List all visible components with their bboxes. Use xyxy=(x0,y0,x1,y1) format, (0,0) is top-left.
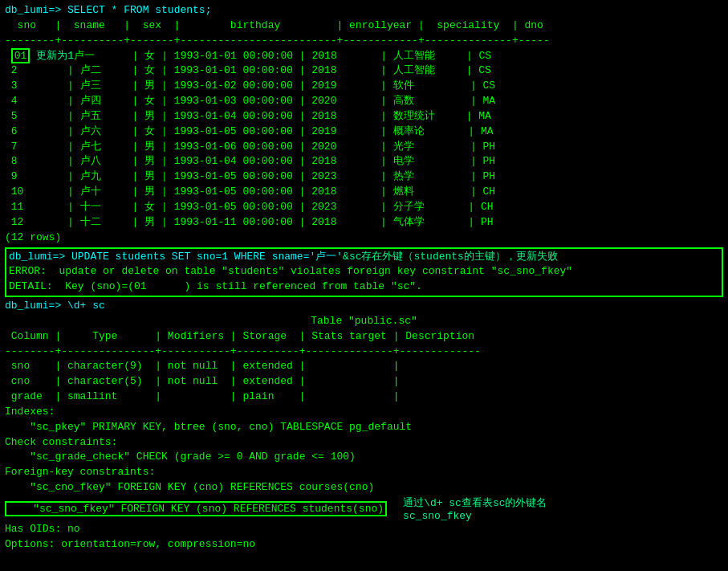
table-row: 12 | 十二 | 男 | 1993-01-11 00:00:00 | 2018… xyxy=(5,215,723,230)
update-command: db_lumi=> UPDATE students SET sno=1 WHER… xyxy=(9,250,719,265)
table-row: 11 | 十一 | 女 | 1993-01-05 00:00:00 | 2023… xyxy=(5,200,723,215)
table-header: sno | sname | sex | birthday | enrollyea… xyxy=(5,18,723,34)
table-row: 5 | 卢五 | 男 | 1993-01-04 00:00:00 | 2018 … xyxy=(5,109,723,124)
desc-header: Column | Type | Modifiers | Storage | St… xyxy=(5,329,723,345)
fk-label: Foreign-key constraints: xyxy=(5,465,723,480)
table-row: 01 更新为1卢一 | 女 | 1993-01-01 00:00:00 | 20… xyxy=(5,49,723,64)
select-command: db_lumi=> SELECT * FROM students; xyxy=(5,3,723,18)
indexes-val: "sc_pkey" PRIMARY KEY, btree (sno, cno) … xyxy=(5,420,723,435)
desc-row-sno: sno | character(9) | not null | extended… xyxy=(5,359,723,374)
sno-highlight: 01 xyxy=(11,48,31,63)
fk-cno: "sc_cno_fkey" FOREIGN KEY (cno) REFERENC… xyxy=(5,480,723,496)
indexes-label: Indexes: xyxy=(5,405,723,420)
table-row: 10 | 卢十 | 男 | 1993-01-05 00:00:00 | 2018… xyxy=(5,185,723,200)
fk-annotation: 通过\d+ sc查看表sc的外键名 sc_sno_fkey xyxy=(403,496,547,522)
table-row: 4 | 卢四 | 女 | 1993-01-03 00:00:00 | 2020 … xyxy=(5,94,723,109)
table-title: Table "public.sc" xyxy=(5,314,723,329)
desc-command: db_lumi=> \d+ sc xyxy=(5,299,723,314)
terminal: db_lumi=> SELECT * FROM students; sno | … xyxy=(0,0,728,571)
error-section: db_lumi=> UPDATE students SET sno=1 WHER… xyxy=(5,247,723,298)
table-row: 9 | 卢九 | 男 | 1993-01-05 00:00:00 | 2023 … xyxy=(5,169,723,185)
error-annotation: &sc存在外键（students的主键），更新失败 xyxy=(343,251,558,263)
update-annotation: 更新为1 xyxy=(30,50,74,62)
desc-row-grade: grade | smallint | | plain | | xyxy=(5,390,723,405)
table-row: 7 | 卢七 | 男 | 1993-01-06 00:00:00 | 2020 … xyxy=(5,140,723,155)
error-line1: ERROR: update or delete on table "studen… xyxy=(9,264,719,279)
table-rows: 01 更新为1卢一 | 女 | 1993-01-01 00:00:00 | 20… xyxy=(5,49,723,230)
check-label: Check constraints: xyxy=(5,435,723,451)
has-oids: Has OIDs: no xyxy=(5,522,723,537)
check-val: "sc_grade_check" CHECK (grade >= 0 AND g… xyxy=(5,450,723,465)
desc-divider: --------+---------------+-----------+---… xyxy=(5,345,723,360)
row-count: (12 rows) xyxy=(5,230,723,246)
table-divider: --------+----------+-------+------------… xyxy=(5,34,723,49)
table-row: 2 | 卢二 | 女 | 1993-01-01 00:00:00 | 2018 … xyxy=(5,63,723,79)
table-row: 8 | 卢八 | 男 | 1993-01-04 00:00:00 | 2018 … xyxy=(5,154,723,169)
desc-row-cno: cno | character(5) | not null | extended… xyxy=(5,374,723,390)
options: Options: orientation=row, compression=no xyxy=(5,537,723,553)
table-row: 6 | 卢六 | 女 | 1993-01-05 00:00:00 | 2019 … xyxy=(5,124,723,140)
fk-sno-highlight: "sc_sno_fkey" FOREIGN KEY (sno) REFERENC… xyxy=(5,501,387,516)
table-row: 3 | 卢三 | 男 | 1993-01-02 00:00:00 | 2019 … xyxy=(5,79,723,94)
fk-sno-row: "sc_sno_fkey" FOREIGN KEY (sno) REFERENC… xyxy=(5,496,723,522)
error-line2: DETAIL: Key (sno)=(01 ) is still referen… xyxy=(9,279,719,295)
